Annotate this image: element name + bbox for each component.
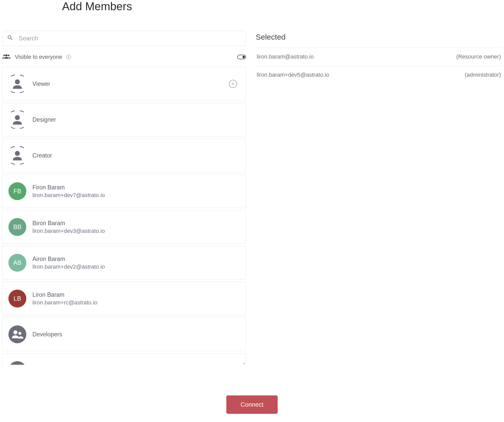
user-avatar: BB xyxy=(8,218,26,236)
selected-role: (administrator) xyxy=(465,72,501,78)
page-title: Add Members xyxy=(2,0,502,13)
selected-email: liron.baram+dev5@astrato.io xyxy=(257,72,329,78)
member-card-developers[interactable]: Developers xyxy=(2,317,246,351)
right-panel: Selected liron.baram@astrato.io(Resource… xyxy=(256,31,502,84)
visibility-toggle[interactable] xyxy=(237,55,246,59)
role-avatar-icon xyxy=(8,146,26,164)
member-card-airon-baram[interactable]: ABAiron Baramliron.baram+dev2@astrato.io xyxy=(2,246,246,280)
member-card-liron-baram[interactable]: LBLiron Baramliron.baram+rc@astrato.io xyxy=(2,282,246,315)
role-avatar-icon xyxy=(8,111,26,129)
member-email: liron.baram+rc@astrato.io xyxy=(32,299,240,306)
selected-heading: Selected xyxy=(256,33,502,41)
member-name: Liron Baram xyxy=(32,291,240,298)
member-email: liron.baram+dev3@astrato.io xyxy=(32,228,240,234)
info-icon[interactable]: i xyxy=(66,55,71,59)
search-input[interactable] xyxy=(18,35,241,42)
member-card-creator[interactable]: Creator xyxy=(2,139,246,172)
member-card-firon-baram[interactable]: FBFiron Baramliron.baram+dev7@astrato.io xyxy=(2,174,246,208)
add-member-button[interactable] xyxy=(229,80,237,88)
member-name: Viewer xyxy=(32,81,223,87)
user-avatar: LB xyxy=(8,290,26,307)
member-card-sales-and-marketing[interactable]: Sales and marketing xyxy=(2,353,246,365)
selected-list: liron.baram@astrato.io(Resource owner)li… xyxy=(256,48,502,84)
role-avatar-icon xyxy=(8,75,26,93)
connect-button[interactable]: Connect xyxy=(226,395,278,414)
member-card-viewer[interactable]: Viewer xyxy=(2,67,246,101)
member-name: Airon Baram xyxy=(32,256,240,263)
search-field[interactable] xyxy=(2,31,246,46)
search-icon xyxy=(7,35,14,42)
member-name: Designer xyxy=(32,116,240,123)
selected-email: liron.baram@astrato.io xyxy=(257,53,314,60)
group-avatar-icon xyxy=(8,325,26,343)
user-avatar: FB xyxy=(8,182,26,200)
member-card-designer[interactable]: Designer xyxy=(2,103,246,136)
left-panel: Visible to everyone i ▴ ViewerDesignerCr… xyxy=(2,31,246,365)
member-card-biron-baram[interactable]: BBBiron Baramliron.baram+dev3@astrato.io xyxy=(2,210,246,244)
visibility-row: Visible to everyone i xyxy=(2,53,246,61)
selected-row: liron.baram@astrato.io(Resource owner) xyxy=(256,48,502,66)
member-email: liron.baram+dev7@astrato.io xyxy=(32,192,240,199)
group-avatar-icon xyxy=(8,361,26,365)
member-name: Creator xyxy=(32,152,240,159)
visibility-label: Visible to everyone xyxy=(15,54,62,60)
member-name: Biron Baram xyxy=(32,220,240,227)
people-icon xyxy=(2,53,11,61)
selected-role: (Resource owner) xyxy=(456,53,501,60)
user-avatar: AB xyxy=(8,254,26,272)
member-list[interactable]: ViewerDesignerCreatorFBFiron Baramliron.… xyxy=(2,67,246,365)
selected-row: liron.baram+dev5@astrato.io(administrato… xyxy=(256,66,502,84)
member-name: Firon Baram xyxy=(32,184,240,191)
member-name: Developers xyxy=(32,331,240,338)
member-email: liron.baram+dev2@astrato.io xyxy=(32,264,240,270)
